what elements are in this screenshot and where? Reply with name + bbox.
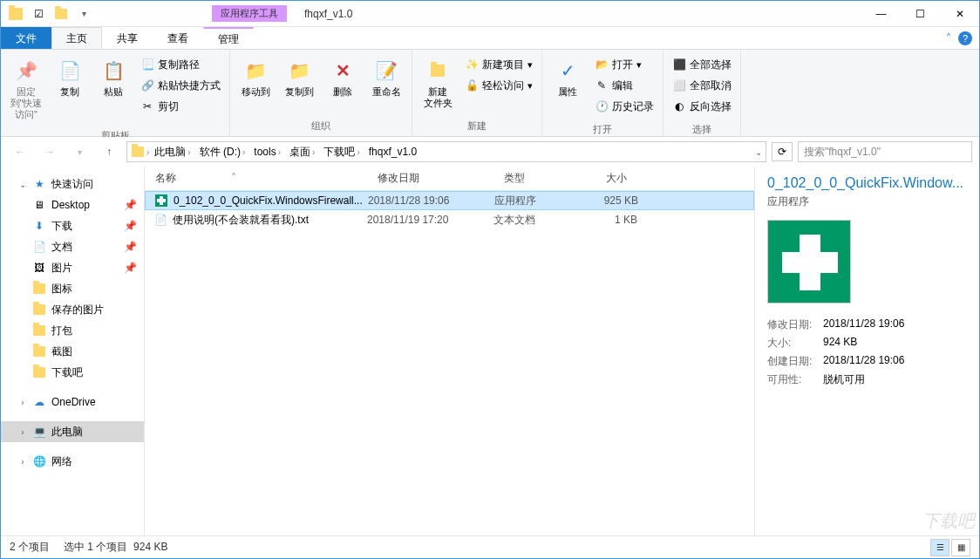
open-button[interactable]: 📂打开 ▾ bbox=[595, 55, 654, 74]
ribbon-collapse-icon[interactable]: ˄ bbox=[946, 32, 951, 44]
file-date: 2018/11/19 17:20 bbox=[367, 214, 493, 226]
file-name: 使用说明(不会装就看看我).txt bbox=[173, 213, 309, 228]
copy-path-button[interactable]: 📃复制路径 bbox=[140, 55, 221, 74]
sidebar-quick-access[interactable]: ⌄★快速访问 bbox=[1, 174, 144, 194]
easy-access-button[interactable]: 🔓轻松访问 ▾ bbox=[465, 76, 533, 95]
crumb-5[interactable]: fhqxf_v1.0 bbox=[365, 146, 420, 158]
file-row[interactable]: 0_102_0_0_QuickFix.WindowsFirewall... 20… bbox=[145, 191, 754, 210]
sidebar-item-screenshot[interactable]: 截图 bbox=[1, 341, 144, 362]
sidebar-item-downloads[interactable]: ⬇下载📌 bbox=[1, 215, 144, 236]
sidebar-item-saved[interactable]: 保存的图片 bbox=[1, 299, 144, 320]
tab-file[interactable]: 文件 bbox=[1, 27, 51, 49]
help-icon[interactable]: ? bbox=[958, 31, 972, 45]
new-folder-button[interactable]: 新建 文件夹 bbox=[416, 53, 459, 114]
ribbon-group-new: 新建 文件夹 ✨新建项目 ▾ 🔓轻松访问 ▾ 新建 bbox=[412, 50, 542, 136]
delete-button[interactable]: ✕删除 bbox=[321, 53, 364, 114]
cut-button[interactable]: ✂剪切 bbox=[140, 97, 221, 116]
properties-button[interactable]: ✓属性 bbox=[546, 53, 589, 118]
copy-icon: 📄 bbox=[56, 57, 84, 85]
minimize-button[interactable]: — bbox=[861, 1, 901, 27]
properties-icon: ✓ bbox=[554, 57, 582, 85]
select-all-button[interactable]: ⬛全部选择 bbox=[672, 55, 732, 74]
crumb-2[interactable]: tools› bbox=[250, 146, 284, 158]
move-to-button[interactable]: 📁移动到 bbox=[234, 53, 277, 114]
cloud-icon: ☁ bbox=[32, 395, 46, 409]
view-large-button[interactable]: ▦ bbox=[951, 539, 970, 556]
crumb-3[interactable]: 桌面› bbox=[286, 145, 318, 160]
col-type[interactable]: 类型 bbox=[493, 171, 572, 186]
address-dropdown-icon[interactable]: ⌄ bbox=[755, 147, 762, 157]
invert-selection-button[interactable]: ◐反向选择 bbox=[672, 97, 732, 116]
qat-properties-icon[interactable]: ☑ bbox=[29, 4, 48, 24]
new-item-icon: ✨ bbox=[465, 58, 479, 72]
folder-icon bbox=[32, 344, 46, 358]
meta-label: 大小: bbox=[767, 336, 816, 351]
details-type: 应用程序 bbox=[767, 194, 967, 209]
back-button[interactable]: ← bbox=[8, 140, 32, 164]
navigation-pane: ⌄★快速访问 🖥Desktop📌 ⬇下载📌 📄文档📌 🖼图片📌 图标 保存的图片… bbox=[1, 167, 145, 535]
chevron-right-icon[interactable]: › bbox=[146, 147, 149, 157]
crumb-0[interactable]: 此电脑› bbox=[151, 145, 194, 160]
paste-icon: 📋 bbox=[99, 57, 127, 85]
crumb-1[interactable]: 软件 (D:)› bbox=[196, 145, 249, 160]
scissors-icon: ✂ bbox=[140, 99, 154, 113]
paste-button[interactable]: 📋粘贴 bbox=[92, 53, 135, 124]
history-button[interactable]: 🕐历史记录 bbox=[595, 97, 654, 116]
pin-button[interactable]: 📌固定到"快速访问" bbox=[4, 53, 48, 124]
address-bar[interactable]: › 此电脑› 软件 (D:)› tools› 桌面› 下载吧› fhqxf_v1… bbox=[126, 141, 766, 162]
sidebar-item-pictures[interactable]: 🖼图片📌 bbox=[1, 257, 144, 278]
sidebar-onedrive[interactable]: ›☁OneDrive bbox=[1, 392, 144, 412]
sidebar-item-pack[interactable]: 打包 bbox=[1, 320, 144, 341]
search-input[interactable]: 搜索"fhqxf_v1.0" bbox=[798, 141, 972, 162]
address-row: ← → ▾ ↑ › 此电脑› 软件 (D:)› tools› 桌面› 下载吧› … bbox=[1, 137, 979, 167]
preview-icon bbox=[767, 220, 851, 303]
doc-icon: 📄 bbox=[32, 240, 46, 254]
sidebar-item-icons[interactable]: 图标 bbox=[1, 278, 144, 299]
new-item-button[interactable]: ✨新建项目 ▾ bbox=[465, 55, 533, 74]
tab-home[interactable]: 主页 bbox=[51, 27, 102, 49]
sidebar-network[interactable]: ›🌐网络 bbox=[1, 451, 144, 472]
recent-locations[interactable]: ▾ bbox=[67, 140, 92, 164]
sidebar-item-documents[interactable]: 📄文档📌 bbox=[1, 236, 144, 257]
network-icon: 🌐 bbox=[32, 454, 46, 468]
sidebar-item-xiazaiba[interactable]: 下载吧 bbox=[1, 362, 144, 383]
main-area: ⌄★快速访问 🖥Desktop📌 ⬇下载📌 📄文档📌 🖼图片📌 图标 保存的图片… bbox=[1, 167, 979, 535]
maximize-button[interactable]: ☐ bbox=[901, 1, 940, 27]
edit-icon: ✎ bbox=[595, 78, 609, 92]
shortcut-icon: 🔗 bbox=[140, 78, 154, 92]
tab-view[interactable]: 查看 bbox=[153, 27, 203, 49]
tab-manage[interactable]: 管理 bbox=[203, 27, 254, 49]
col-size[interactable]: 大小 bbox=[572, 171, 637, 186]
refresh-button[interactable]: ⟳ bbox=[772, 142, 793, 161]
file-row[interactable]: 📄使用说明(不会装就看看我).txt 2018/11/19 17:20 文本文档… bbox=[145, 210, 754, 229]
meta-value: 2018/11/28 19:06 bbox=[823, 354, 904, 369]
ribbon-tabs: 文件 主页 共享 查看 管理 ˄ ? bbox=[1, 27, 979, 50]
rename-button[interactable]: 📝重命名 bbox=[364, 53, 408, 114]
forward-button[interactable]: → bbox=[37, 140, 62, 164]
pin-icon: 📌 bbox=[12, 57, 40, 85]
meta-label: 可用性: bbox=[767, 372, 816, 387]
window-title: fhqxf_v1.0 bbox=[304, 8, 352, 20]
select-none-button[interactable]: ⬜全部取消 bbox=[672, 76, 732, 95]
sidebar-this-pc[interactable]: ›💻此电脑 bbox=[1, 421, 144, 442]
sidebar-item-desktop[interactable]: 🖥Desktop📌 bbox=[1, 194, 144, 215]
col-date[interactable]: 修改日期 bbox=[367, 171, 493, 186]
ribbon-group-select: ⬛全部选择 ⬜全部取消 ◐反向选择 选择 bbox=[664, 50, 741, 136]
copy-button[interactable]: 📄复制 bbox=[48, 53, 92, 124]
copy-to-button[interactable]: 📁复制到 bbox=[277, 53, 321, 114]
qat-dropdown-icon[interactable]: ▾ bbox=[74, 4, 93, 24]
download-icon: ⬇ bbox=[32, 219, 46, 233]
qat-new-folder-icon[interactable] bbox=[51, 4, 71, 24]
col-name[interactable]: 名称 ˄ bbox=[145, 171, 367, 186]
crumb-4[interactable]: 下载吧› bbox=[320, 145, 363, 160]
view-details-button[interactable]: ☰ bbox=[930, 539, 949, 556]
close-button[interactable]: ✕ bbox=[940, 1, 979, 27]
tab-share[interactable]: 共享 bbox=[102, 27, 153, 49]
ribbon: 📌固定到"快速访问" 📄复制 📋粘贴 📃复制路径 🔗粘贴快捷方式 ✂剪切 剪贴板… bbox=[1, 50, 979, 137]
edit-button[interactable]: ✎编辑 bbox=[595, 76, 654, 95]
pic-icon: 🖼 bbox=[32, 261, 46, 275]
up-button[interactable]: ↑ bbox=[97, 140, 121, 164]
invert-icon: ◐ bbox=[672, 99, 686, 113]
desktop-icon: 🖥 bbox=[32, 198, 46, 212]
paste-shortcut-button[interactable]: 🔗粘贴快捷方式 bbox=[140, 76, 221, 95]
